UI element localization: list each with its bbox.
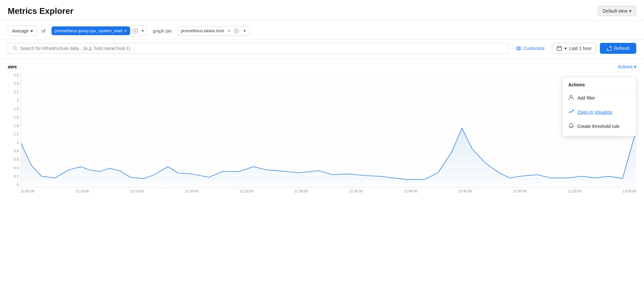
customize-button[interactable]: Customize xyxy=(512,43,549,54)
add-filter-label: Add filter xyxy=(577,95,595,101)
open-visualize-label: Open in Visualize xyxy=(577,110,612,115)
metric-tag: prometheus.query.cpu_system_load ✕ xyxy=(52,26,130,35)
x-axis: 12:05:00 12:10:00 12:15:00 12:20:00 12:2… xyxy=(21,188,636,193)
refresh-button[interactable]: Refresh xyxy=(600,43,636,54)
refresh-label: Refresh xyxy=(614,46,630,51)
default-view-button[interactable]: Default view ▾ xyxy=(598,6,636,16)
metric-controls: ▾ xyxy=(131,27,145,35)
chevron-down-icon: ▾ xyxy=(244,28,246,33)
metric-tag-close[interactable]: ✕ xyxy=(124,29,127,33)
clear-icon xyxy=(234,28,239,34)
search-input[interactable] xyxy=(20,46,504,51)
y-label: 1.2 xyxy=(7,132,19,136)
metric-clear-button[interactable] xyxy=(131,27,139,35)
graph-per-label-value: prometheus.labels.host xyxy=(181,28,224,33)
chevron-down-icon: ▾ xyxy=(142,28,144,33)
clear-icon xyxy=(133,28,138,34)
search-icon xyxy=(13,46,18,51)
actions-button[interactable]: Actions ▾ xyxy=(618,64,636,69)
chevron-down-icon: ▾ xyxy=(629,8,631,14)
y-label: 0.4 xyxy=(7,166,19,170)
chart-title: aws xyxy=(8,64,17,69)
metric-dropdown-button[interactable]: ▾ xyxy=(140,27,145,34)
chevron-down-icon: ▾ xyxy=(31,28,33,34)
y-label: 0.2 xyxy=(7,174,19,178)
y-label: 2.2 xyxy=(7,90,19,94)
y-label: 0 xyxy=(7,183,19,187)
y-label: 1 xyxy=(7,140,19,144)
x-label: 12:10:00 xyxy=(75,189,89,193)
chevron-down-icon: ▾ xyxy=(564,46,567,51)
chart-svg xyxy=(21,72,636,188)
create-threshold-label: Create threshold rule xyxy=(577,124,620,129)
chart-header: aws Actions ▾ xyxy=(8,64,636,69)
actions-label: Actions xyxy=(618,64,633,69)
actions-dropdown-title: Actions xyxy=(562,80,636,91)
create-threshold-item[interactable]: Create threshold rule xyxy=(562,119,636,133)
y-label: 2.6 xyxy=(7,73,19,77)
graph-per-clear[interactable] xyxy=(233,27,240,35)
x-label: 12:55:00 xyxy=(568,189,582,193)
open-visualize-item[interactable]: Open in Visualize xyxy=(562,105,636,119)
chart-icon xyxy=(568,109,574,116)
search-input-wrap[interactable] xyxy=(8,43,509,54)
y-label: 0.8 xyxy=(7,149,19,153)
page-title: Metrics Explorer xyxy=(8,6,73,16)
calendar-icon xyxy=(557,46,562,51)
y-axis: 2.6 2.4 2.2 2 1.8 1.6 1.4 1.2 1 0.8 0.6 … xyxy=(7,72,19,188)
x-label: 12:25:00 xyxy=(239,189,253,193)
metric-tag-label: prometheus.query.cpu_system_load xyxy=(55,28,122,33)
x-label: 13:00:00 xyxy=(622,189,636,193)
graph-per-dropdown[interactable]: ▾ xyxy=(242,27,247,34)
actions-dropdown: Actions Add filter Open in Visualize xyxy=(562,77,636,136)
refresh-icon xyxy=(606,46,611,51)
aggregation-select[interactable]: Average ▾ xyxy=(8,26,37,36)
svg-line-7 xyxy=(16,49,17,50)
add-filter-item[interactable]: Add filter xyxy=(562,91,636,105)
y-label: 1.6 xyxy=(7,115,19,119)
x-label: 12:40:00 xyxy=(404,189,418,193)
toolbar: Average ▾ of prometheus.query.cpu_system… xyxy=(0,21,644,40)
eye-icon xyxy=(516,45,522,51)
x-label: 12:50:00 xyxy=(513,189,527,193)
bell-icon xyxy=(568,123,574,130)
y-label: 2 xyxy=(7,98,19,102)
svg-point-8 xyxy=(516,47,521,50)
customize-label: Customize xyxy=(524,46,545,51)
chevron-down-icon: ▾ xyxy=(634,64,636,69)
person-icon xyxy=(568,94,574,102)
x-label: 12:45:00 xyxy=(458,189,472,193)
graph-per-label: graph per xyxy=(150,28,175,34)
x-label: 12:20:00 xyxy=(185,189,198,193)
x-label: 12:05:00 xyxy=(21,189,34,193)
chart-section: aws Actions ▾ 2.6 2.4 2.2 2 1.8 1.6 1.4 … xyxy=(0,59,644,198)
search-bar: Customize ▾ Last 1 hour Refresh xyxy=(0,40,644,59)
default-view-label: Default view xyxy=(603,8,627,14)
x-label: 12:35:00 xyxy=(349,189,363,193)
aggregation-label: Average xyxy=(12,28,29,34)
svg-point-9 xyxy=(518,48,519,49)
time-range-label: Last 1 hour xyxy=(569,46,592,51)
graph-per-tag: prometheus.labels.host ✕ xyxy=(181,27,230,34)
y-label: 1.8 xyxy=(7,107,19,111)
of-label: of xyxy=(40,28,47,34)
y-label: 2.4 xyxy=(7,82,19,85)
time-range-selector[interactable]: ▾ Last 1 hour xyxy=(552,43,597,54)
svg-rect-10 xyxy=(557,46,562,51)
header: Metrics Explorer Default view ▾ xyxy=(0,0,644,21)
y-label: 1.4 xyxy=(7,124,19,128)
graph-per-close[interactable]: ✕ xyxy=(227,29,231,33)
chart-area xyxy=(21,72,636,188)
x-label: 12:30:00 xyxy=(294,189,308,193)
y-label: 0.6 xyxy=(7,157,19,161)
x-label: 12:15:00 xyxy=(130,189,144,193)
